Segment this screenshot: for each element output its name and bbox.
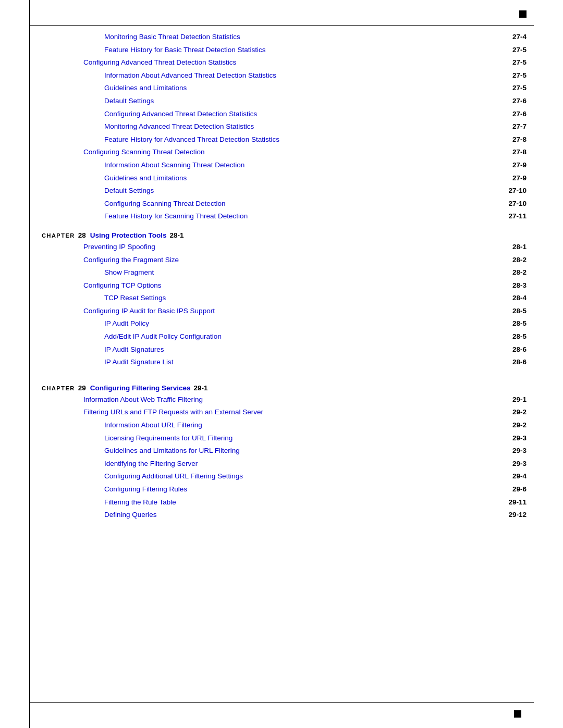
- toc-link[interactable]: Monitoring Advanced Threat Detection Sta…: [104, 121, 254, 132]
- toc-link[interactable]: Information About Advanced Threat Detect…: [104, 70, 276, 81]
- toc-link[interactable]: IP Audit Signature List: [104, 356, 174, 368]
- toc-link[interactable]: IP Audit Policy: [104, 318, 149, 329]
- toc-link[interactable]: Guidelines and Limitations: [104, 172, 187, 184]
- toc-page-number: 27-11: [508, 211, 527, 222]
- toc-entry: Identifying the Filtering Server29-3: [42, 458, 527, 470]
- toc-link[interactable]: Identifying the Filtering Server: [104, 458, 198, 470]
- chapter28-title[interactable]: Using Protection Tools: [90, 231, 167, 239]
- chapter28-heading: CHAPTER28Using Protection Tools28-1: [42, 231, 527, 239]
- toc-entry: Configuring the Fragment Size28-2: [42, 254, 527, 266]
- toc-page-number: 27-5: [512, 70, 527, 81]
- toc-entry: Default Settings27-10: [42, 185, 527, 196]
- toc-link[interactable]: Default Settings: [104, 185, 154, 196]
- header-square-icon: [519, 10, 527, 18]
- toc-page-number: 27-7: [512, 121, 527, 132]
- toc-link[interactable]: Guidelines and Limitations: [104, 82, 187, 94]
- toc-entry: Configuring Scanning Threat Detection27-…: [42, 198, 527, 209]
- toc-link[interactable]: IP Audit Signatures: [104, 344, 164, 355]
- toc-page-number: 28-6: [512, 356, 527, 368]
- toc-link[interactable]: Configuring TCP Options: [83, 280, 162, 291]
- toc-page-number: 29-6: [512, 484, 527, 495]
- toc-entry: Preventing IP Spoofing28-1: [42, 241, 527, 253]
- page-footer: [509, 710, 527, 718]
- chapter29-number: 29: [78, 384, 86, 392]
- toc-page-number: 27-5: [512, 57, 527, 68]
- toc-link[interactable]: Configuring Scanning Threat Detection: [83, 146, 204, 158]
- toc-link[interactable]: Add/Edit IP Audit Policy Configuration: [104, 331, 222, 342]
- chapter28-number: 28: [78, 231, 86, 239]
- chapter29-heading: CHAPTER29Configuring Filtering Services2…: [42, 384, 527, 392]
- toc-entry: Configuring Additional URL Filtering Set…: [42, 471, 527, 482]
- chapter29-title[interactable]: Configuring Filtering Services: [90, 384, 191, 392]
- toc-content: Monitoring Basic Threat Detection Statis…: [42, 31, 527, 697]
- toc-link[interactable]: Information About Web Traffic Filtering: [83, 394, 203, 405]
- toc-link[interactable]: Feature History for Scanning Threat Dete…: [104, 211, 248, 222]
- toc-entry: Information About Scanning Threat Detect…: [42, 159, 527, 171]
- toc-link[interactable]: Defining Queries: [104, 509, 157, 521]
- toc-page-number: 29-3: [512, 445, 527, 456]
- toc-link[interactable]: Filtering the Rule Table: [104, 497, 176, 508]
- toc-link[interactable]: Feature History for Basic Threat Detecti…: [104, 44, 266, 56]
- toc-page-number: 27-9: [512, 159, 527, 171]
- toc-entry: Configuring Advanced Threat Detection St…: [42, 57, 527, 68]
- toc-entry: Feature History for Scanning Threat Dete…: [42, 211, 527, 222]
- toc-link[interactable]: Configuring Advanced Threat Detection St…: [83, 57, 236, 68]
- toc-entry: Information About Advanced Threat Detect…: [42, 70, 527, 81]
- toc-entry: Guidelines and Limitations27-5: [42, 82, 527, 94]
- toc-page-number: 27-10: [508, 198, 527, 209]
- toc-link[interactable]: Configuring Advanced Threat Detection St…: [104, 108, 257, 120]
- chapter28-entries: Preventing IP Spoofing28-1Configuring th…: [42, 241, 527, 368]
- toc-link[interactable]: Filtering URLs and FTP Requests with an …: [83, 406, 263, 418]
- toc-page-number: 29-4: [512, 471, 527, 482]
- toc-page-number: 27-6: [512, 95, 527, 107]
- chapter29-title-page: 29-1: [193, 384, 207, 392]
- left-vertical-rule: [29, 0, 30, 728]
- toc-link[interactable]: Information About Scanning Threat Detect…: [104, 159, 244, 171]
- chapter28-title-page: 28-1: [169, 231, 183, 239]
- toc-page-number: 29-3: [512, 433, 527, 444]
- top-horizontal-rule: [29, 25, 534, 26]
- toc-link[interactable]: Configuring Scanning Threat Detection: [104, 198, 225, 209]
- toc-entry: Default Settings27-6: [42, 95, 527, 107]
- toc-link[interactable]: Information About URL Filtering: [104, 419, 202, 431]
- toc-page-number: 27-8: [512, 146, 527, 158]
- toc-page-number: 27-6: [512, 108, 527, 120]
- toc-link[interactable]: Feature History for Advanced Threat Dete…: [104, 134, 279, 145]
- toc-link[interactable]: Configuring IP Audit for Basic IPS Suppo…: [83, 305, 215, 317]
- toc-page-number: 27-4: [512, 31, 527, 43]
- toc-entry: Feature History for Basic Threat Detecti…: [42, 44, 527, 56]
- toc-link[interactable]: Preventing IP Spoofing: [83, 241, 155, 253]
- toc-page-number: 27-9: [512, 172, 527, 184]
- toc-page-number: 27-8: [512, 134, 527, 145]
- toc-link[interactable]: Configuring the Fragment Size: [83, 254, 179, 266]
- toc-entry: Add/Edit IP Audit Policy Configuration28…: [42, 331, 527, 342]
- toc-entry: Defining Queries29-12: [42, 509, 527, 521]
- toc-link[interactable]: Licensing Requirements for URL Filtering: [104, 433, 232, 444]
- toc-link[interactable]: Show Fragment: [104, 267, 154, 278]
- toc-entry: Information About URL Filtering29-2: [42, 419, 527, 431]
- toc-entry: Monitoring Advanced Threat Detection Sta…: [42, 121, 527, 132]
- toc-link[interactable]: Guidelines and Limitations for URL Filte…: [104, 445, 240, 456]
- chapter29-label: CHAPTER: [42, 385, 75, 391]
- toc-link[interactable]: Default Settings: [104, 95, 154, 107]
- toc-link[interactable]: Configuring Additional URL Filtering Set…: [104, 471, 243, 482]
- toc-entry: Filtering URLs and FTP Requests with an …: [42, 406, 527, 418]
- toc-page-number: 28-5: [512, 331, 527, 342]
- page-header: [515, 10, 527, 18]
- toc-entry: Guidelines and Limitations for URL Filte…: [42, 445, 527, 456]
- toc-page-number: 28-2: [512, 254, 527, 266]
- toc-entry: Configuring IP Audit for Basic IPS Suppo…: [42, 305, 527, 317]
- toc-link[interactable]: Configuring Filtering Rules: [104, 484, 187, 495]
- toc-entry: Configuring Filtering Rules29-6: [42, 484, 527, 495]
- toc-entry: Configuring Advanced Threat Detection St…: [42, 108, 527, 120]
- toc-entry: IP Audit Policy28-5: [42, 318, 527, 329]
- toc-page-number: 29-2: [512, 406, 527, 418]
- toc-entry: TCP Reset Settings28-4: [42, 292, 527, 304]
- toc-page-number: 29-12: [508, 509, 527, 521]
- toc-link[interactable]: TCP Reset Settings: [104, 292, 166, 304]
- toc-page-number: 28-5: [512, 305, 527, 317]
- toc-page-number: 27-5: [512, 82, 527, 94]
- toc-link[interactable]: Monitoring Basic Threat Detection Statis…: [104, 31, 240, 43]
- toc-page-number: 29-1: [512, 394, 527, 405]
- toc-page-number: 29-3: [512, 458, 527, 470]
